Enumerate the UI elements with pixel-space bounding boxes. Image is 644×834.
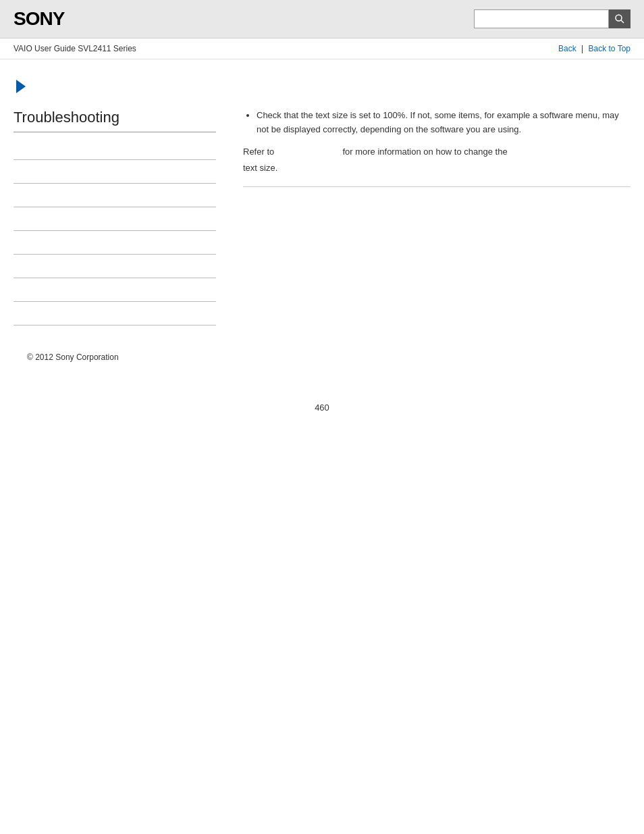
refer-text-2: for more information on how to change th… <box>342 147 507 157</box>
main-content: Troubleshooting Check that the text size… <box>0 59 644 389</box>
list-item <box>14 184 216 207</box>
nav-bar: VAIO User Guide SVL2411 Series Back | Ba… <box>0 38 644 59</box>
list-item <box>14 231 216 255</box>
bullet-text: Check that the text size is set to 100%.… <box>257 110 619 134</box>
page-number: 460 <box>0 389 644 426</box>
search-input[interactable] <box>474 9 609 28</box>
breadcrumb: VAIO User Guide SVL2411 Series <box>14 44 136 53</box>
svg-line-1 <box>621 20 624 23</box>
search-button[interactable] <box>609 9 630 28</box>
footer: © 2012 Sony Corporation <box>14 325 630 375</box>
search-area <box>474 9 630 28</box>
sidebar-nav-list <box>14 143 216 325</box>
list-item <box>14 255 216 278</box>
separator: | <box>581 44 583 53</box>
list-item <box>14 278 216 302</box>
right-content: Check that the text size is set to 100%.… <box>230 109 630 325</box>
refer-text: Refer to for more information on how to … <box>243 145 630 159</box>
back-link[interactable]: Back <box>558 44 576 53</box>
list-item <box>14 302 216 325</box>
nav-links: Back | Back to Top <box>558 44 630 53</box>
sony-logo: SONY <box>14 8 64 30</box>
svg-point-0 <box>616 15 622 21</box>
section-title: Troubleshooting <box>14 109 216 132</box>
refer-text-1: Refer to <box>243 147 274 157</box>
chevron-icon <box>16 80 26 93</box>
content-divider <box>243 186 630 187</box>
list-item <box>14 207 216 231</box>
content-list: Check that the text size is set to 100%.… <box>243 109 630 137</box>
search-icon <box>614 14 625 24</box>
left-sidebar: Troubleshooting <box>14 109 230 325</box>
back-to-top-link[interactable]: Back to Top <box>589 44 630 53</box>
refer-text-end: text size. <box>243 161 630 176</box>
copyright-text: © 2012 Sony Corporation <box>27 353 119 362</box>
content-bullet: Check that the text size is set to 100%.… <box>257 109 630 137</box>
list-item <box>14 143 216 160</box>
two-column-layout: Troubleshooting Check that the text size… <box>14 109 630 325</box>
list-item <box>14 160 216 184</box>
chevron-section <box>14 80 630 95</box>
header: SONY <box>0 0 644 38</box>
